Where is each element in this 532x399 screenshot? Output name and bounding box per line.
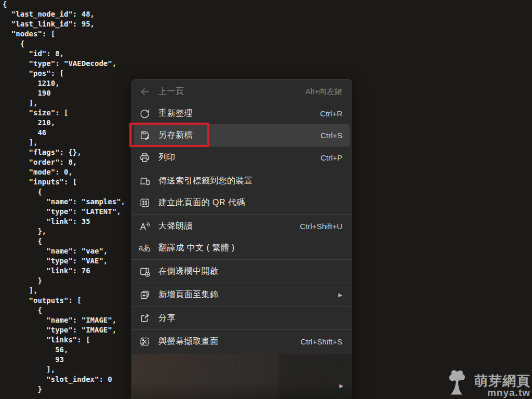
read-aloud-icon	[139, 221, 150, 232]
menu-item-label: 大聲朗讀	[158, 221, 193, 232]
page: { "code_viewer": { "lines": [ "{", " \"l…	[0, 0, 532, 399]
menu-item-blurred-item[interactable]: ▶	[132, 354, 352, 399]
menu-item-label: 新增頁面至集錦	[158, 289, 219, 300]
menu-item-shortcut: Ctrl+R	[320, 109, 342, 118]
sidebar-icon	[139, 266, 150, 277]
menu-item-label: 列印	[158, 152, 176, 163]
json-source-text: { "last_node_id": 48, "last_link_id": 95…	[3, 0, 125, 394]
capture-icon	[139, 336, 150, 347]
menu-item-shortcut: Ctrl+Shift+S	[300, 337, 342, 346]
menu-separator	[132, 214, 352, 215]
menu-item-shortcut: Ctrl+S	[321, 131, 342, 140]
menu-item-label: 傳送索引標籤到您的裝置	[158, 176, 253, 187]
menu-separator	[132, 169, 352, 169]
menu-item-create-qr-code[interactable]: 建立此頁面的 QR 代碼	[132, 192, 352, 214]
menu-item-label: 重新整理	[158, 108, 193, 119]
menu-separator	[132, 306, 352, 307]
menu-separator	[132, 353, 352, 353]
annotation-rectangle	[129, 123, 209, 147]
menu-item-print[interactable]: 列印Ctrl+P	[132, 147, 352, 168]
menu-item-translate[interactable]: aあ翻譯成 中文 ( 繁體 )	[132, 237, 352, 259]
devices-icon	[139, 176, 150, 187]
menu-item-label: 在側邊欄中開啟	[158, 266, 219, 277]
share-icon	[139, 313, 150, 324]
refresh-icon	[139, 108, 150, 119]
printer-icon	[139, 152, 150, 163]
menu-item-refresh[interactable]: 重新整理Ctrl+R	[132, 102, 352, 124]
menu-separator	[132, 259, 352, 260]
qr-code-icon	[139, 197, 150, 208]
menu-item-label: 分享	[158, 313, 176, 324]
menu-item-back[interactable]: 上一頁Alt+向左鍵	[132, 81, 352, 102]
menu-separator	[132, 329, 352, 330]
menu-item-label: 翻譯成 中文 ( 繁體 )	[158, 243, 235, 254]
menu-item-add-page-to-collections[interactable]: 新增頁面至集錦▶	[132, 284, 352, 305]
back-arrow-icon	[139, 86, 150, 97]
menu-item-label: 建立此頁面的 QR 代碼	[158, 197, 245, 208]
menu-item-label: 上一頁	[158, 86, 184, 97]
submenu-arrow-icon: ▶	[339, 383, 343, 389]
menu-item-web-capture[interactable]: 與螢幕擷取畫面Ctrl+Shift+S	[132, 330, 352, 352]
menu-item-shortcut: Ctrl+Shift+U	[300, 222, 342, 231]
menu-separator	[132, 283, 352, 283]
watermark-site-name: 萌芽網頁	[469, 374, 530, 388]
menu-item-share[interactable]: 分享	[132, 307, 352, 329]
watermark-site-url: mnya.tw	[469, 388, 530, 397]
menu-item-label: 與螢幕擷取畫面	[158, 336, 219, 347]
collections-icon	[139, 289, 150, 300]
menu-item-shortcut: Ctrl+P	[321, 153, 342, 162]
menu-item-read-aloud[interactable]: 大聲朗讀Ctrl+Shift+U	[132, 215, 352, 237]
translate-icon: aあ	[139, 243, 150, 254]
mnya-tree-logo-icon	[447, 369, 468, 397]
menu-item-shortcut: Alt+向左鍵	[305, 87, 342, 97]
submenu-arrow-icon: ▶	[338, 292, 342, 298]
menu-item-open-in-sidebar[interactable]: 在側邊欄中開啟	[132, 260, 352, 282]
watermark: 萌芽網頁 mnya.tw	[447, 369, 530, 397]
menu-item-send-tab-to-devices[interactable]: 傳送索引標籤到您的裝置	[132, 170, 352, 192]
